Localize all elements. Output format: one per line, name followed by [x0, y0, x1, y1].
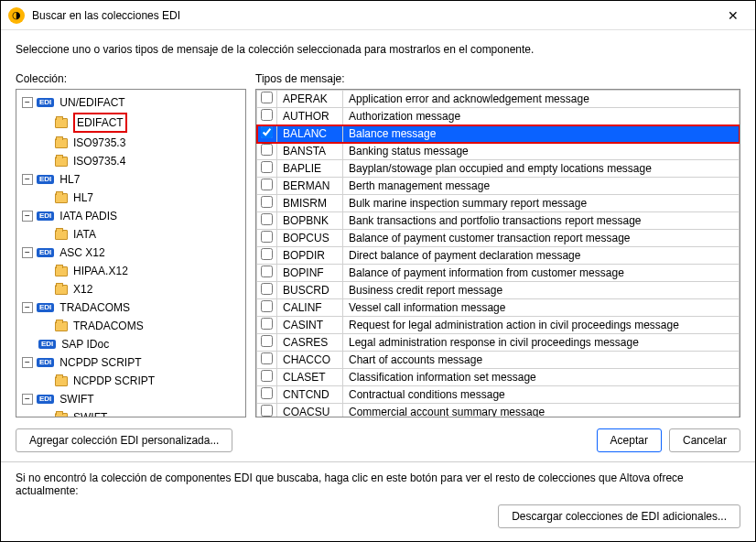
tree-node-hl7[interactable]: −EDIHL7: [20, 170, 245, 189]
collection-label: Colección:: [16, 72, 246, 85]
message-row-bopbnk[interactable]: BOPBNKBank transactions and portfolio tr…: [257, 212, 740, 230]
add-custom-collection-button[interactable]: Agregar colección EDI personalizada...: [16, 428, 232, 452]
message-row-buscrd[interactable]: BUSCRDBusiness credit report message: [257, 282, 740, 299]
message-description: Commercial account summary message: [343, 404, 740, 417]
message-row-casint[interactable]: CASINTRequest for legal administration a…: [257, 317, 740, 334]
message-checkbox[interactable]: [261, 283, 273, 295]
message-checkbox[interactable]: [261, 318, 273, 330]
message-checkbox[interactable]: [261, 405, 273, 417]
message-row-author[interactable]: AUTHORAuthorization message: [257, 108, 740, 125]
tree-node-un-edifact[interactable]: −EDIUN/EDIFACT: [20, 93, 245, 112]
close-button[interactable]: ✕: [718, 5, 748, 27]
tree-node-label: NCPDP SCRIPT: [59, 354, 141, 371]
message-description: Application error and acknowledgement me…: [343, 91, 740, 108]
tree-node-swift[interactable]: SWIFT: [37, 408, 245, 417]
tree-expander-icon[interactable]: −: [22, 302, 33, 313]
folder-icon: [55, 230, 68, 240]
message-row-coacsu[interactable]: COACSUCommercial account summary message: [257, 404, 740, 417]
message-row-chacco[interactable]: CHACCOChart of accounts message: [257, 352, 740, 369]
message-row-bansta[interactable]: BANSTABanking status message: [257, 143, 740, 160]
message-checkbox[interactable]: [261, 196, 273, 208]
message-code: BUSCRD: [277, 282, 343, 299]
message-description: Direct balance of payment declaration me…: [343, 247, 740, 265]
message-code: BANSTA: [277, 143, 343, 160]
message-row-cntcnd[interactable]: CNTCNDContractual conditions message: [257, 386, 740, 404]
message-checkbox[interactable]: [261, 144, 273, 156]
tree-node-ncpdp-script[interactable]: NCPDP SCRIPT: [37, 372, 245, 390]
message-row-casres[interactable]: CASRESLegal administration response in c…: [257, 334, 740, 352]
tree-node-ncpdp-script[interactable]: −EDINCPDP SCRIPT: [20, 353, 245, 372]
tree-node-iso9735-4[interactable]: ISO9735.4: [37, 152, 245, 170]
messages-table: APERAKApplication error and acknowledgem…: [256, 90, 740, 417]
message-row-claset[interactable]: CLASETClassification information set mes…: [257, 369, 740, 386]
collection-tree[interactable]: −EDIUN/EDIFACTEDIFACTISO9735.3ISO9735.4−…: [16, 89, 246, 417]
message-row-berman[interactable]: BERMANBerth management message: [257, 178, 740, 195]
message-row-bopcus[interactable]: BOPCUSBalance of payment customer transa…: [257, 230, 740, 247]
message-checkbox[interactable]: [261, 92, 273, 103]
tree-node-sap-idoc[interactable]: EDISAP IDoc: [20, 335, 245, 353]
message-checkbox[interactable]: [261, 387, 273, 399]
message-row-balanc[interactable]: BALANCBalance message: [257, 125, 740, 143]
message-description: Balance of payment information from cust…: [343, 265, 740, 282]
message-code: BOPDIR: [277, 247, 343, 265]
accept-button[interactable]: Aceptar: [597, 428, 662, 452]
tree-node-tradacoms[interactable]: TRADACOMS: [37, 317, 245, 335]
message-code: CLASET: [277, 369, 343, 386]
message-checkbox[interactable]: [261, 109, 273, 121]
message-checkbox[interactable]: [261, 248, 273, 260]
tree-node-label: SWIFT: [59, 391, 93, 407]
tree-node-label: EDIFACT: [73, 113, 127, 133]
download-more-button[interactable]: Descargar colecciones de EDI adicionales…: [498, 504, 740, 528]
tree-expander-icon[interactable]: −: [22, 211, 33, 222]
tree-node-label: SAP IDoc: [61, 336, 109, 352]
tree-node-hipaa-x12[interactable]: HIPAA.X12: [37, 262, 245, 280]
tree-expander-icon[interactable]: −: [22, 247, 33, 258]
tree-node-asc-x12[interactable]: −EDIASC X12: [20, 244, 245, 262]
tree-node-swift[interactable]: −EDISWIFT: [20, 390, 245, 408]
message-row-calinf[interactable]: CALINFVessel call information message: [257, 299, 740, 317]
message-checkbox[interactable]: [261, 213, 273, 225]
tree-node-edifact[interactable]: EDIFACT: [37, 112, 245, 134]
message-checkbox[interactable]: [261, 126, 273, 138]
footer-text: Si no encontró la colección de component…: [16, 472, 740, 497]
footer: Si no encontró la colección de component…: [1, 461, 755, 541]
message-row-baplie[interactable]: BAPLIEBayplan/stowage plan occupied and …: [257, 160, 740, 178]
cancel-button[interactable]: Cancelar: [669, 428, 740, 452]
tree-node-tradacoms[interactable]: −EDITRADACOMS: [20, 298, 245, 317]
messages-scroll[interactable]: APERAKApplication error and acknowledgem…: [256, 90, 740, 417]
message-checkbox[interactable]: [261, 161, 273, 173]
messages-table-wrap: APERAKApplication error and acknowledgem…: [255, 89, 740, 417]
edi-icon: EDI: [37, 395, 54, 404]
tree-node-iata-padis[interactable]: −EDIIATA PADIS: [20, 207, 245, 225]
tree-node-x12[interactable]: X12: [37, 280, 245, 298]
message-row-bopinf[interactable]: BOPINFBalance of payment information fro…: [257, 265, 740, 282]
collection-pane: Colección: −EDIUN/EDIFACTEDIFACTISO9735.…: [16, 72, 246, 417]
panes: Colección: −EDIUN/EDIFACTEDIFACTISO9735.…: [16, 72, 740, 417]
tree-expander-icon[interactable]: −: [22, 174, 33, 185]
tree-node-iso9735-3[interactable]: ISO9735.3: [37, 134, 245, 152]
tree-node-iata[interactable]: IATA: [37, 225, 245, 244]
tree-node-label: ISO9735.4: [73, 153, 125, 169]
message-description: Bank transactions and portfolio transact…: [343, 212, 740, 230]
message-row-aperak[interactable]: APERAKApplication error and acknowledgem…: [257, 91, 740, 108]
message-row-bmisrm[interactable]: BMISRMBulk marine inspection summary rep…: [257, 195, 740, 212]
message-description: Berth management message: [343, 178, 740, 195]
titlebar: ◑ Buscar en las colecciones EDI ✕: [1, 1, 755, 30]
folder-icon: [55, 266, 68, 276]
tree-node-label: HIPAA.X12: [73, 263, 128, 279]
tree-expander-icon[interactable]: −: [22, 97, 33, 108]
message-checkbox[interactable]: [261, 266, 273, 277]
message-description: Banking status message: [343, 143, 740, 160]
message-checkbox[interactable]: [261, 179, 273, 190]
tree-expander-icon[interactable]: −: [22, 357, 33, 368]
tree-expander-icon[interactable]: −: [22, 394, 33, 405]
message-checkbox[interactable]: [261, 231, 273, 243]
message-checkbox[interactable]: [261, 335, 273, 347]
message-description: Legal administration response in civil p…: [343, 334, 740, 352]
message-checkbox[interactable]: [261, 300, 273, 312]
message-checkbox[interactable]: [261, 352, 273, 364]
message-row-bopdir[interactable]: BOPDIRDirect balance of payment declarat…: [257, 247, 740, 265]
tree-node-hl7[interactable]: HL7: [37, 189, 245, 207]
message-checkbox[interactable]: [261, 370, 273, 382]
window-title: Buscar en las colecciones EDI: [32, 9, 718, 22]
